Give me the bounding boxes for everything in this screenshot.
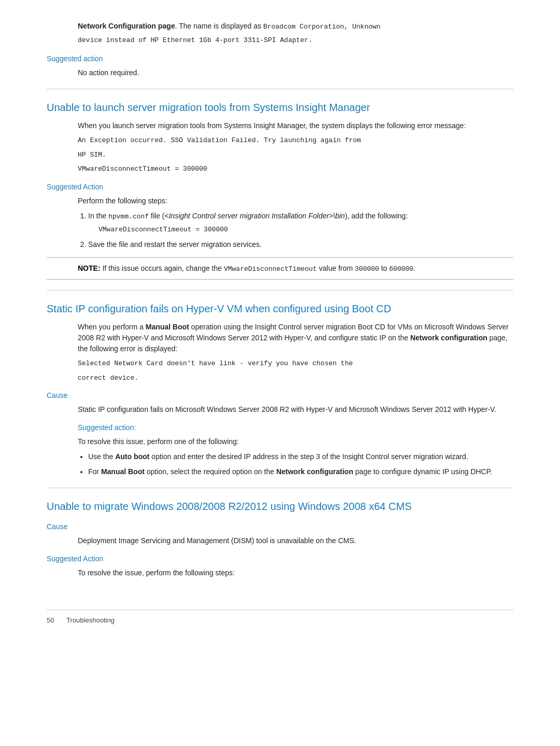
section-1-error1: An Exception occurred. SSO Validation Fa… <box>47 135 513 146</box>
s2-bullet-1: Use the Auto boot option and enter the d… <box>88 451 513 462</box>
s2b2-end: page to configure dynamic IP using DHCP. <box>353 467 492 476</box>
step-1-subcode: VMwareDisconnectTimeout = 300000 <box>99 225 513 235</box>
suggested-action-1-body: No action required. <box>47 67 513 78</box>
intro-sep: . The name is displayed as <box>175 22 263 30</box>
section-1-suggested-action: Suggested Action Perform the following s… <box>47 182 513 280</box>
page-content: Network Configuration page. The name is … <box>47 21 513 626</box>
s2-bullets: Use the Auto boot option and enter the d… <box>47 451 513 477</box>
step-1-code: hpvmm.conf <box>108 213 149 220</box>
section-1-steps: In the hpvmm.conf file (<Insight Control… <box>47 211 513 250</box>
section-1-error3: VMwareDisconnectTimeout = 300000 <box>47 164 513 174</box>
s3-cause-heading: Cause <box>47 521 513 532</box>
suggested-action-1-heading: Suggested action <box>47 53 513 64</box>
s3-cause-body: Deployment Image Servicing and Managemen… <box>47 535 513 546</box>
s2b2-mid: option, select the required option on th… <box>145 467 276 476</box>
s2-cause-body: Static IP configuration fails on Microso… <box>47 404 513 415</box>
s2b2-prefix: For <box>88 467 101 476</box>
divider-2 <box>47 290 513 291</box>
note-code3: 600000 <box>389 265 414 273</box>
s2b1-prefix: Use the <box>88 452 115 461</box>
s2-sa-intro: To resolve this issue, perform one of th… <box>47 436 513 447</box>
note-text4: . <box>413 264 415 272</box>
intro-block: Network Configuration page. The name is … <box>47 21 513 45</box>
s2-bullet-2: For Manual Boot option, select the requi… <box>88 466 513 477</box>
note-code1: VMwareDisconnectTimeout <box>224 265 317 273</box>
s2b2-bold: Manual Boot <box>101 467 145 476</box>
section-3-cause: Cause Deployment Image Servicing and Man… <box>47 521 513 546</box>
section-1-heading: Unable to launch server migration tools … <box>47 100 513 115</box>
section-2-cause: Cause Static IP configuration fails on M… <box>47 390 513 415</box>
section-2-heading: Static IP configuration fails on Hyper-V… <box>47 301 513 316</box>
note-text2: value from <box>317 264 355 272</box>
s3-sa-body: To resolve the issue, perform the follow… <box>47 568 513 578</box>
note-text3: to <box>379 264 389 272</box>
divider-1 <box>47 89 513 89</box>
s2b1-bold: Auto boot <box>115 452 149 461</box>
section-3: Unable to migrate Windows 2008/2008 R2/2… <box>47 499 513 578</box>
s2-error1: Selected Network Card doesn't have link … <box>47 358 513 369</box>
s2b2-bold2: Network configuration <box>276 467 354 476</box>
section-3-sa: Suggested Action To resolve the issue, p… <box>47 554 513 578</box>
footer: 50 Troubleshooting <box>47 610 513 626</box>
note-text1: If this issue occurs again, change the <box>102 264 223 272</box>
intro-bold: Network Configuration page <box>78 22 175 30</box>
section-1-sa-intro: Perform the following steps: <box>47 196 513 206</box>
note-label: NOTE: <box>78 264 101 272</box>
s2-bold1: Manual Boot <box>146 323 189 331</box>
intro-line1: Network Configuration page. The name is … <box>78 21 513 32</box>
intro-line2: device instead of HP Ethernet 1Gb 4-port… <box>78 35 513 46</box>
s2-cause-heading: Cause <box>47 390 513 401</box>
s2-prefix: When you perform a <box>78 323 146 331</box>
s2-bold2: Network configuration <box>410 334 487 342</box>
section-2-sa: Suggested action: To resolve this issue,… <box>47 422 513 477</box>
s2-error2: correct device. <box>47 373 513 383</box>
step-1: In the hpvmm.conf file (<Insight Control… <box>88 211 513 235</box>
s3-sa-heading: Suggested Action <box>47 554 513 564</box>
section-1-sa-heading: Suggested Action <box>47 182 513 192</box>
s2-sa-heading: Suggested action: <box>78 422 513 433</box>
section-3-heading: Unable to migrate Windows 2008/2008 R2/2… <box>47 499 513 514</box>
section-1: Unable to launch server migration tools … <box>47 100 513 280</box>
note-code2: 300000 <box>355 265 379 273</box>
step-2: Save the file and restart the server mig… <box>88 239 513 250</box>
section-1-intro: When you launch server migration tools f… <box>47 120 513 131</box>
step-1-prefix: In the <box>88 212 108 220</box>
section-2: Static IP configuration fails on Hyper-V… <box>47 301 513 477</box>
step-1-italic: Insight Control server migration Install… <box>169 212 345 220</box>
suggested-action-1-section: Suggested action No action required. <box>47 53 513 78</box>
section-2-intro: When you perform a Manual Boot operation… <box>47 322 513 354</box>
intro-code1: Broadcom Corporation, Unknown <box>263 23 381 31</box>
divider-3 <box>47 488 513 488</box>
footer-section-label: Troubleshooting <box>66 616 115 624</box>
s2b1-suffix: option and enter the desired IP address … <box>149 452 468 461</box>
note-block: NOTE: If this issue occurs again, change… <box>47 257 513 280</box>
footer-page-number: 50 <box>47 616 54 624</box>
step-1-suffix: file (<Insight Control server migration … <box>149 212 408 220</box>
section-1-error2: HP SIM. <box>47 150 513 160</box>
